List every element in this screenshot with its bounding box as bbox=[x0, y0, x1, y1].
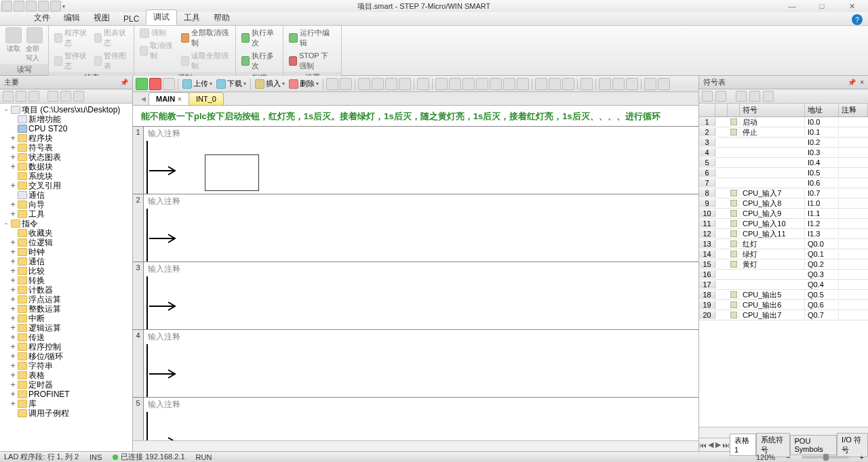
writeall-button[interactable]: 全部写入 bbox=[26, 27, 45, 63]
tree-node[interactable]: +浮点运算 bbox=[0, 295, 132, 304]
read-button[interactable]: 读取 bbox=[4, 27, 23, 54]
new-icon[interactable] bbox=[14, 1, 24, 12]
delete-button[interactable]: 删除▾ bbox=[288, 79, 320, 89]
program-comment[interactable]: 能不能教一下plc按下启动按钮，红灯亮，1s后灭。接着绿灯，1s后灭，随之黄灯亮… bbox=[133, 106, 698, 126]
last-icon[interactable]: ⏭ bbox=[722, 441, 730, 449]
tree-node[interactable]: +库 bbox=[0, 399, 132, 408]
tb-j[interactable] bbox=[462, 78, 475, 90]
first-icon[interactable]: ⏮ bbox=[699, 441, 707, 449]
tb-a[interactable] bbox=[326, 78, 338, 90]
symbol-row[interactable]: 1启动I0.0 bbox=[699, 117, 868, 127]
symbol-row[interactable]: 9CPU_输入8I1.0 bbox=[699, 198, 868, 209]
symbol-row[interactable]: 8CPU_输入7I0.7 bbox=[699, 188, 868, 198]
tree-node[interactable]: +位逻辑 bbox=[0, 238, 132, 247]
network[interactable]: 4输入注释 bbox=[133, 329, 698, 397]
symbol-table[interactable]: 1启动I0.02停止I0.13I0.24I0.35I0.46I0.57I0.68… bbox=[699, 117, 868, 427]
symbol-row[interactable]: 13红灯Q0.0 bbox=[699, 239, 868, 249]
upload-button[interactable]: 上传▾ bbox=[181, 79, 214, 89]
tree-node[interactable]: +表格 bbox=[0, 371, 132, 380]
zoom-out-icon[interactable]: − bbox=[786, 453, 790, 461]
tb-s[interactable] bbox=[599, 78, 611, 90]
tree-node[interactable]: +字符串 bbox=[0, 361, 132, 371]
tree-node[interactable]: +定时器 bbox=[0, 380, 132, 390]
tree-node[interactable]: +逻辑运算 bbox=[0, 323, 132, 333]
sym-tb-5[interactable] bbox=[763, 91, 774, 102]
tree-node[interactable]: +传送 bbox=[0, 333, 132, 342]
symbol-row[interactable]: 6I0.5 bbox=[699, 168, 868, 178]
tree-node[interactable]: +整数运算 bbox=[0, 304, 132, 314]
symbol-row[interactable]: 17Q0.4 bbox=[699, 280, 868, 290]
tb-w[interactable] bbox=[658, 78, 670, 90]
tb-p[interactable] bbox=[549, 78, 561, 90]
tab-debug[interactable]: 调试 bbox=[146, 9, 177, 25]
pane-pin-icon[interactable]: 📌 bbox=[848, 79, 856, 86]
tree-node[interactable]: CPU ST20 bbox=[0, 124, 132, 133]
symbol-row[interactable]: 20CPU_输出7Q0.7 bbox=[699, 310, 868, 320]
open-icon[interactable] bbox=[26, 1, 37, 12]
tree-node[interactable]: -项目 (C:\Users\xu\Desktop) bbox=[0, 105, 132, 114]
tree-node[interactable]: 系统块 bbox=[0, 171, 132, 181]
tree-tb-2[interactable] bbox=[16, 91, 26, 102]
tree-node[interactable]: +符号表 bbox=[0, 143, 132, 152]
tree-node[interactable]: +工具 bbox=[0, 209, 132, 219]
sym-tb-1[interactable] bbox=[702, 91, 713, 102]
tb-d[interactable] bbox=[372, 78, 384, 90]
symbol-row[interactable]: 11CPU_输入10I1.2 bbox=[699, 219, 868, 229]
tb-n[interactable] bbox=[517, 78, 529, 90]
read-all-force-button[interactable]: 读取全部强制 bbox=[180, 50, 231, 72]
tab-plc[interactable]: PLC bbox=[117, 13, 146, 25]
pane-pin-icon[interactable]: 📌 bbox=[120, 79, 128, 86]
program-status-button[interactable]: 程序状态 bbox=[53, 27, 90, 49]
stop-force-button[interactable]: STOP 下强制 bbox=[288, 50, 337, 72]
tab-int0[interactable]: INT_0 bbox=[189, 92, 224, 105]
tb-g[interactable] bbox=[417, 78, 429, 90]
tab-file[interactable]: 文件 bbox=[27, 11, 57, 25]
unforce-button[interactable]: 取消强制 bbox=[138, 40, 177, 62]
tb-h[interactable] bbox=[435, 78, 448, 90]
compile-icon[interactable] bbox=[163, 78, 175, 90]
tree-node[interactable]: +状态图表 bbox=[0, 152, 132, 162]
insert-button[interactable]: 插入▾ bbox=[254, 79, 286, 89]
tb-q[interactable] bbox=[562, 78, 574, 90]
tree-node[interactable]: +数据块 bbox=[0, 162, 132, 171]
tree-node[interactable]: +移位/循环 bbox=[0, 352, 132, 361]
symbol-row[interactable]: 12CPU_输入11I1.3 bbox=[699, 229, 868, 239]
tb-k[interactable] bbox=[476, 78, 488, 90]
symbol-row[interactable]: 14绿灯Q0.1 bbox=[699, 249, 868, 259]
tree-tb-6[interactable] bbox=[73, 91, 84, 102]
network[interactable]: 2输入注释 bbox=[133, 194, 698, 261]
tree-node[interactable]: 收藏夹 bbox=[0, 228, 132, 238]
symbol-row[interactable]: 4I0.3 bbox=[699, 148, 868, 158]
tree-node[interactable]: +转换 bbox=[0, 276, 132, 285]
sym-tb-4[interactable] bbox=[749, 91, 760, 102]
force-button[interactable]: 强制 bbox=[138, 27, 177, 39]
tree-node[interactable]: 通信 bbox=[0, 190, 132, 200]
tree-node[interactable]: -指令 bbox=[0, 219, 132, 228]
tree-node[interactable]: 新增功能 bbox=[0, 114, 132, 124]
symbol-row[interactable]: 3I0.2 bbox=[699, 138, 868, 148]
symbol-row[interactable]: 10CPU_输入9I1.1 bbox=[699, 209, 868, 219]
tab-view[interactable]: 视图 bbox=[87, 11, 117, 25]
sym-tab-3[interactable]: POU Symbols bbox=[790, 435, 837, 455]
network[interactable]: 3输入注释 bbox=[133, 261, 698, 329]
sym-tab-1[interactable]: 表格 1 bbox=[730, 434, 756, 456]
symbol-row[interactable]: 15黄灯Q0.2 bbox=[699, 259, 868, 270]
tree-node[interactable]: +时钟 bbox=[0, 247, 132, 257]
tree-node[interactable]: +PROFINET bbox=[0, 390, 132, 399]
tb-m[interactable] bbox=[503, 78, 515, 90]
tb-i[interactable] bbox=[449, 78, 461, 90]
tab-tools[interactable]: 工具 bbox=[177, 11, 207, 25]
editor-hscroll[interactable] bbox=[133, 440, 698, 451]
tree-node[interactable]: +程序控制 bbox=[0, 342, 132, 352]
tab-edit[interactable]: 编辑 bbox=[57, 11, 87, 25]
tree-tb-1[interactable] bbox=[3, 91, 14, 102]
tab-help[interactable]: 帮助 bbox=[207, 11, 237, 25]
tb-r[interactable] bbox=[580, 78, 593, 90]
print-icon[interactable] bbox=[50, 1, 61, 12]
chart-status-button[interactable]: 图表状态 bbox=[93, 27, 130, 49]
save-icon[interactable] bbox=[38, 1, 49, 12]
tb-v[interactable] bbox=[644, 78, 656, 90]
network[interactable]: 5输入注释 bbox=[133, 397, 698, 440]
tb-f[interactable] bbox=[399, 78, 411, 90]
tree-tb-5[interactable] bbox=[60, 91, 71, 102]
